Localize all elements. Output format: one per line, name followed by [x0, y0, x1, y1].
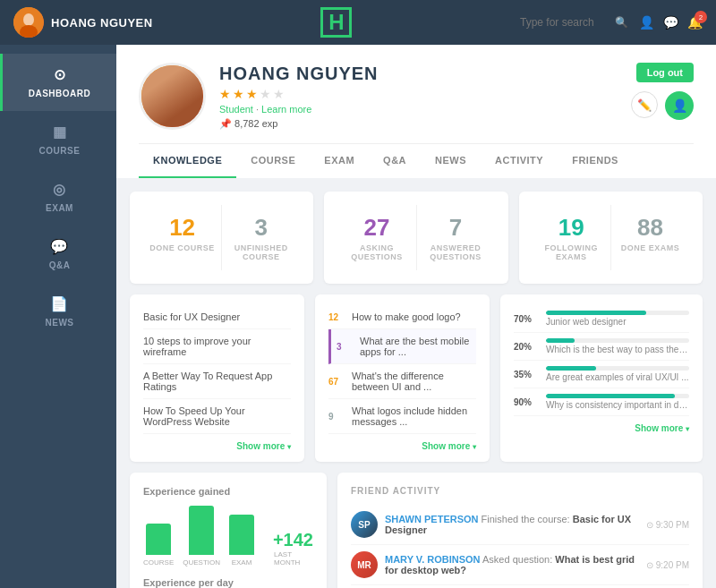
answered-num: 7 — [422, 214, 490, 242]
question-bar-label: QUESTION — [183, 558, 220, 567]
friend-item-2: MR MARY V. ROBINSON Asked question: What… — [351, 545, 689, 585]
exp-exam-bar: EXAM — [229, 515, 254, 567]
course-icon: ▦ — [53, 124, 67, 141]
exam-bar-wrap-3: Are great examples of viral UX/UI ... — [546, 366, 689, 382]
tab-course[interactable]: COURSE — [236, 144, 310, 178]
friend-avatar-1: SP — [351, 511, 378, 538]
sidebar-item-exam[interactable]: ◎ EXAM — [0, 168, 116, 226]
course-stats-card: 12 DONE COURSE 3 UNFINISHED COURSE — [130, 192, 313, 284]
unfinished-num: 3 — [226, 214, 295, 242]
course-list: Basic for UX Designer 10 steps to improv… — [130, 294, 304, 462]
question-stats-card: 27 ASKING QUESTIONS 7 ANSWERED QUESTIONS — [324, 192, 507, 284]
profile-edit-button[interactable]: 👤 — [665, 91, 694, 120]
exam-text-3: Are great examples of viral UX/UI ... — [546, 372, 689, 382]
friend-avatar-2: MR — [351, 551, 378, 578]
q-count-4: 9 — [328, 412, 346, 422]
search-bar[interactable]: 🔍 — [520, 16, 628, 29]
done-exams-num: 88 — [616, 214, 685, 242]
news-icon: 📄 — [50, 295, 69, 312]
done-course-label: DONE COURSE — [148, 243, 217, 252]
unfinished-course-stat: 3 UNFINISHED COURSE — [222, 205, 300, 270]
tab-knowledge[interactable]: KNOWLEDGE — [139, 144, 236, 178]
exam-progress-1: 70% Junior web designer — [514, 305, 689, 333]
asking-num: 27 — [342, 214, 411, 242]
exams-show-more[interactable]: Show more ▾ — [514, 416, 689, 433]
exam-progress-2: 20% Which is the best way to pass the PM… — [514, 333, 689, 361]
course-text-3: A Better Way To Request App Ratings — [143, 371, 291, 392]
exam-icon: ◎ — [53, 181, 66, 198]
profile-exp: 📌 8,782 exp — [219, 118, 379, 130]
content-area: 12 DONE COURSE 3 UNFINISHED COURSE 27 — [116, 178, 716, 588]
question-item-3: 67 What's the difference between UI and … — [328, 364, 476, 399]
exp-per-day-title: Experience per day — [143, 577, 313, 588]
q-text-4: What logos include hidden messages ... — [352, 405, 476, 427]
friend-action-1: Finished the course: — [482, 514, 573, 524]
exam-progress-3: 35% Are great examples of viral UX/UI ..… — [514, 361, 689, 388]
course-bar-label: COURSE — [143, 558, 174, 567]
avatar-image — [141, 63, 203, 130]
layout: ⊙ DASHBOARD ▦ COURSE ◎ EXAM 💬 Q&A 📄 NEWS — [0, 45, 716, 588]
sidebar-item-qa[interactable]: 💬 Q&A — [0, 226, 116, 283]
exam-text-2: Which is the best way to pass the PMP ..… — [546, 345, 689, 354]
edit-button[interactable]: ✏️ — [631, 91, 658, 118]
profile-left: HOANG NGUYEN ★ ★ ★ ★ ★ Student · Learn m… — [139, 63, 379, 130]
questions-show-more[interactable]: Show more ▾ — [328, 434, 476, 451]
done-exams-label: DONE EXAMS — [616, 243, 685, 252]
friend-text-2: MARY V. ROBINSON Asked question: What is… — [385, 554, 639, 575]
tab-friends[interactable]: FRIENDS — [558, 144, 633, 178]
lists-row: Basic for UX Designer 10 steps to improv… — [130, 294, 703, 462]
dashboard-icon: ⊙ — [54, 66, 66, 83]
sidebar-item-dashboard[interactable]: ⊙ DASHBOARD — [0, 54, 116, 111]
sidebar-item-news[interactable]: 📄 NEWS — [0, 283, 116, 340]
exp-question-bar: QUESTION — [183, 506, 220, 567]
exam-bar-wrap-4: Why is consistency important in design? — [546, 394, 689, 410]
course-item-2: 10 steps to improve your wireframe — [143, 329, 291, 364]
profile-header: HOANG NGUYEN ★ ★ ★ ★ ★ Student · Learn m… — [116, 45, 716, 178]
friend-action-2: Asked question: — [482, 554, 555, 565]
topbar-center: H — [320, 7, 352, 38]
chevron-down-icon-2: ▾ — [473, 443, 476, 451]
tab-qa[interactable]: Q&A — [369, 144, 421, 178]
learn-more-link[interactable]: Learn more — [261, 104, 311, 115]
message-icon[interactable]: 💬 — [663, 15, 678, 30]
topbar-logo: H — [320, 7, 352, 38]
sidebar-item-course[interactable]: ▦ COURSE — [0, 111, 116, 168]
friend-name-2: MARY V. ROBINSON — [385, 554, 481, 565]
course-show-more[interactable]: Show more ▾ — [143, 434, 291, 451]
q-count-1: 12 — [328, 312, 346, 322]
course-item-3: A Better Way To Request App Ratings — [143, 364, 291, 399]
exam-bar-wrap-1: Junior web designer — [546, 311, 689, 327]
svg-point-1 — [23, 13, 34, 26]
profile-tabs: KNOWLEDGE COURSE EXAM Q&A NEWS ACTIVITY … — [139, 143, 694, 178]
q-count-3: 67 — [328, 377, 346, 387]
done-course-stat: 12 DONE COURSE — [143, 205, 222, 270]
experience-card: Experience gained COURSE QUESTION EXA — [130, 473, 327, 588]
question-item-4: 9 What logos include hidden messages ... — [328, 399, 476, 434]
question-bar — [189, 506, 214, 555]
exam-bar — [229, 515, 254, 555]
profile-stars: ★ ★ ★ ★ ★ — [219, 87, 379, 101]
profile-top: HOANG NGUYEN ★ ★ ★ ★ ★ Student · Learn m… — [139, 63, 694, 130]
asking-stat: 27 ASKING QUESTIONS — [337, 205, 416, 270]
topbar-username: HOANG NGUYEN — [51, 16, 153, 30]
exam-pct-2: 20% — [514, 342, 539, 352]
topbar-right: 🔍 👤 💬 🔔 2 — [520, 15, 703, 30]
exam-bar-label: EXAM — [232, 558, 252, 567]
exam-progress-4: 90% Why is consistency important in desi… — [514, 388, 689, 416]
tab-news[interactable]: NEWS — [421, 144, 481, 178]
notification-icon[interactable]: 🔔 2 — [687, 15, 703, 30]
profile-avatar — [139, 63, 206, 130]
star-4: ★ — [260, 87, 271, 101]
sidebar-label-dashboard: DASHBOARD — [29, 89, 91, 98]
search-input[interactable] — [520, 16, 609, 29]
sidebar-label-course: COURSE — [39, 146, 81, 156]
course-item-1: Basic for UX Designer — [143, 305, 291, 329]
profile-icon[interactable]: 👤 — [639, 15, 654, 30]
tab-exam[interactable]: EXAM — [310, 144, 369, 178]
star-2: ★ — [233, 87, 244, 101]
exp-plus-value: +142 — [273, 530, 313, 550]
done-exams-stat: 88 DONE EXAMS — [611, 205, 689, 270]
notification-badge: 2 — [695, 11, 707, 23]
tab-activity[interactable]: ACTIVITY — [481, 144, 558, 178]
logout-button[interactable]: Log out — [636, 63, 694, 82]
